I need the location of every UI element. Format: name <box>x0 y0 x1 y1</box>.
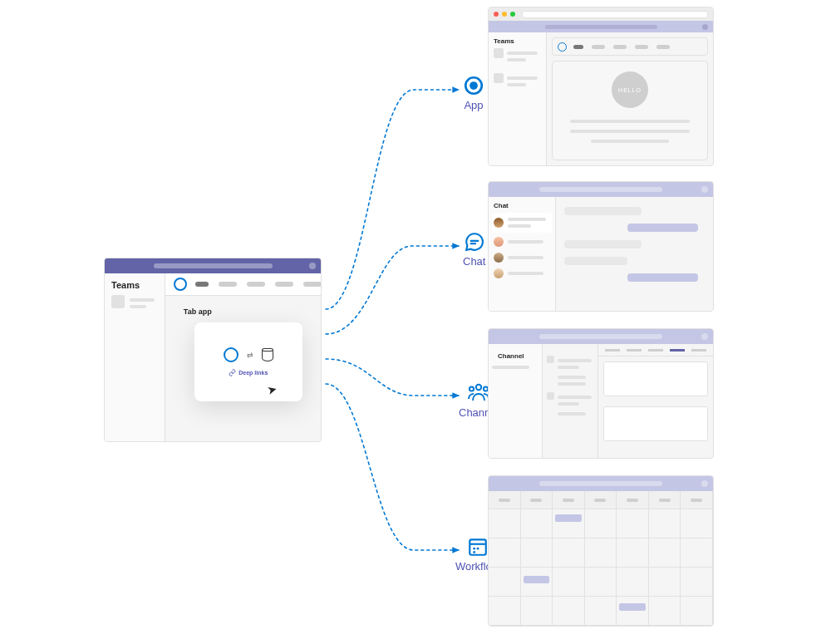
channel-sidebar-title: Channel <box>492 347 538 362</box>
tab[interactable] <box>613 45 627 49</box>
chat-sidebar: Chat <box>489 197 556 311</box>
message-received <box>564 240 642 248</box>
svg-point-1 <box>470 81 478 90</box>
chat-sidebar-title: Chat <box>494 202 550 209</box>
channel-tab[interactable] <box>627 349 642 351</box>
calendar-grid <box>489 491 713 626</box>
chat-user[interactable] <box>494 253 550 263</box>
channel-item[interactable] <box>547 392 594 409</box>
svg-point-4 <box>476 385 481 390</box>
message-received <box>564 207 642 215</box>
tab-active[interactable] <box>573 45 583 49</box>
tab[interactable] <box>635 45 648 49</box>
chat-user[interactable] <box>494 237 550 247</box>
channel-post <box>603 361 708 396</box>
channel-post <box>603 406 708 441</box>
workflow-preview-window <box>488 475 714 627</box>
app-tab-strip <box>552 37 708 56</box>
app-ring-icon <box>224 347 238 362</box>
channel-preview-window: Channel <box>488 328 714 459</box>
url-bar[interactable] <box>522 11 708 18</box>
database-icon <box>262 348 273 361</box>
svg-point-9 <box>473 548 475 550</box>
channel-tree <box>543 344 599 458</box>
channel-tab-active[interactable] <box>670 349 685 351</box>
message-sent <box>627 273 698 282</box>
app-sidebar-title: Teams <box>494 37 541 45</box>
hello-badge: HELLO <box>612 71 648 108</box>
teams-sidebar: Teams <box>105 273 165 441</box>
chat-preview-window: Chat <box>488 181 714 312</box>
tab-active[interactable] <box>195 282 209 287</box>
app-icon <box>463 75 484 96</box>
tab-app-card: ⇄ Deep links ➤ <box>194 322 302 401</box>
tab[interactable] <box>592 45 605 49</box>
tab[interactable] <box>303 282 322 287</box>
calendar-event[interactable] <box>555 514 582 522</box>
tab[interactable] <box>656 45 670 49</box>
calendar-event[interactable] <box>524 576 550 583</box>
channel-tab-strip <box>598 344 713 356</box>
link-icon <box>229 369 236 376</box>
traffic-light-min[interactable] <box>502 12 507 17</box>
svg-point-11 <box>473 551 475 553</box>
message-sent <box>627 224 698 232</box>
source-teams-window: Teams <box>104 258 322 442</box>
tab[interactable] <box>247 282 265 287</box>
sync-arrow-icon: ⇄ <box>247 351 253 359</box>
svg-rect-7 <box>470 539 486 554</box>
chat-icon <box>464 231 485 253</box>
svg-point-5 <box>470 386 474 391</box>
target-chat: Chat <box>463 231 485 268</box>
cursor-icon: ➤ <box>266 382 279 398</box>
chat-user-selected[interactable] <box>492 213 552 233</box>
channel-sidebar: Channel <box>489 344 543 458</box>
app-ring-icon <box>174 278 187 291</box>
deep-links-label: Deep links <box>238 370 268 376</box>
browser-chrome <box>489 7 713 21</box>
calendar-event[interactable] <box>619 603 646 611</box>
app-label: App <box>464 99 483 111</box>
traffic-light-max[interactable] <box>510 12 515 17</box>
channel-tab[interactable] <box>605 349 620 351</box>
tab-strip <box>165 273 322 296</box>
channel-tab[interactable] <box>648 349 663 351</box>
sidebar-title: Teams <box>111 280 158 290</box>
tab[interactable] <box>219 282 237 287</box>
content-title: Tab app <box>184 307 320 316</box>
app-sidebar: Teams <box>489 32 547 165</box>
channel-item[interactable] <box>547 356 594 372</box>
deep-links-button[interactable]: Deep links <box>229 369 268 376</box>
chat-messages <box>556 197 713 311</box>
sidebar-item[interactable] <box>111 295 158 312</box>
chat-user[interactable] <box>494 268 550 278</box>
svg-point-10 <box>476 548 479 550</box>
channel-content <box>598 344 713 458</box>
window-titlebar <box>105 258 321 273</box>
chat-label: Chat <box>463 255 485 268</box>
source-main: Tab app ⇄ Deep links ➤ <box>165 273 322 441</box>
message-received <box>564 257 627 265</box>
traffic-light-close[interactable] <box>494 12 499 17</box>
app-ring-icon <box>558 42 567 52</box>
tab[interactable] <box>275 282 293 287</box>
workflow-icon <box>467 536 489 558</box>
channel-tab[interactable] <box>691 349 706 351</box>
diagram-stage: Teams <box>0 0 831 644</box>
app-preview-window: Teams HELLO <box>488 7 714 166</box>
target-app: App <box>463 75 484 111</box>
